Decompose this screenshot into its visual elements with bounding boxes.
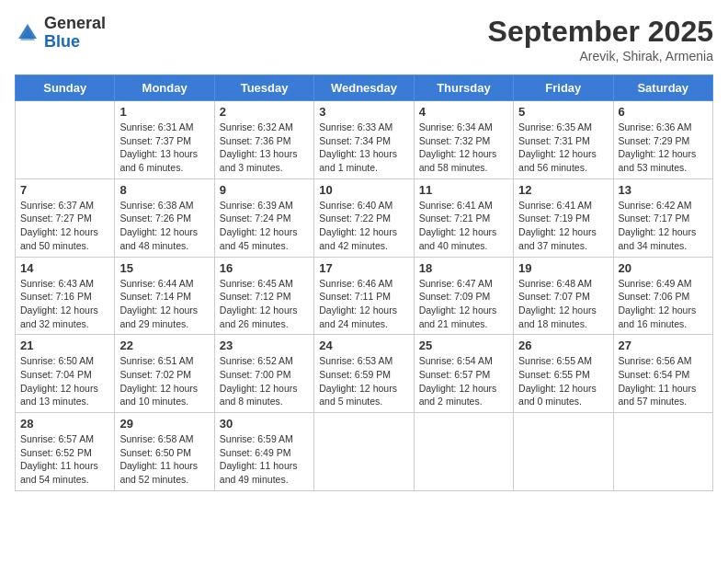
- calendar-cell: 19Sunrise: 6:48 AM Sunset: 7:07 PM Dayli…: [514, 257, 613, 335]
- calendar-cell: [613, 413, 712, 491]
- day-number: 11: [419, 183, 508, 197]
- day-number: 27: [619, 339, 708, 352]
- day-number: 21: [20, 339, 109, 352]
- day-number: 18: [419, 261, 508, 275]
- day-info: Sunrise: 6:49 AM Sunset: 7:06 PM Dayligh…: [619, 277, 708, 331]
- weekday-header: Wednesday: [314, 75, 414, 101]
- day-number: 2: [220, 105, 309, 119]
- day-info: Sunrise: 6:32 AM Sunset: 7:36 PM Dayligh…: [220, 121, 309, 175]
- calendar-cell: 24Sunrise: 6:53 AM Sunset: 6:59 PM Dayli…: [314, 335, 414, 413]
- calendar-cell: 1Sunrise: 6:31 AM Sunset: 7:37 PM Daylig…: [115, 101, 214, 179]
- day-info: Sunrise: 6:43 AM Sunset: 7:16 PM Dayligh…: [20, 277, 109, 331]
- day-info: Sunrise: 6:48 AM Sunset: 7:07 PM Dayligh…: [518, 277, 608, 331]
- day-info: Sunrise: 6:36 AM Sunset: 7:29 PM Dayligh…: [619, 121, 708, 175]
- day-info: Sunrise: 6:31 AM Sunset: 7:37 PM Dayligh…: [119, 121, 209, 175]
- day-info: Sunrise: 6:39 AM Sunset: 7:24 PM Dayligh…: [220, 199, 309, 253]
- day-number: 12: [518, 183, 608, 197]
- day-info: Sunrise: 6:57 AM Sunset: 6:52 PM Dayligh…: [20, 432, 109, 487]
- calendar-week-row: 14Sunrise: 6:43 AM Sunset: 7:16 PM Dayli…: [16, 257, 713, 335]
- calendar-cell: 25Sunrise: 6:54 AM Sunset: 6:57 PM Dayli…: [414, 335, 513, 413]
- logo-blue: Blue: [44, 33, 106, 52]
- calendar-cell: [16, 101, 115, 179]
- calendar-cell: 3Sunrise: 6:33 AM Sunset: 7:34 PM Daylig…: [314, 101, 414, 179]
- day-info: Sunrise: 6:58 AM Sunset: 6:50 PM Dayligh…: [119, 432, 209, 487]
- logo: General Blue: [15, 15, 106, 52]
- calendar-cell: 9Sunrise: 6:39 AM Sunset: 7:24 PM Daylig…: [214, 178, 313, 257]
- calendar-cell: 7Sunrise: 6:37 AM Sunset: 7:27 PM Daylig…: [16, 178, 115, 257]
- day-info: Sunrise: 6:42 AM Sunset: 7:17 PM Dayligh…: [619, 199, 708, 253]
- calendar-cell: 29Sunrise: 6:58 AM Sunset: 6:50 PM Dayli…: [115, 413, 214, 491]
- day-number: 7: [20, 183, 109, 197]
- day-number: 15: [119, 261, 209, 275]
- day-info: Sunrise: 6:35 AM Sunset: 7:31 PM Dayligh…: [518, 121, 608, 175]
- calendar-cell: 18Sunrise: 6:47 AM Sunset: 7:09 PM Dayli…: [414, 257, 513, 335]
- calendar-cell: [514, 413, 613, 491]
- day-number: 13: [619, 183, 708, 197]
- day-number: 26: [518, 339, 608, 352]
- calendar-cell: 30Sunrise: 6:59 AM Sunset: 6:49 PM Dayli…: [214, 413, 313, 491]
- weekday-header: Sunday: [16, 75, 115, 101]
- calendar-week-row: 7Sunrise: 6:37 AM Sunset: 7:27 PM Daylig…: [16, 178, 713, 257]
- title-block: September 2025 Arevik, Shirak, Armenia: [488, 15, 713, 63]
- calendar-cell: 14Sunrise: 6:43 AM Sunset: 7:16 PM Dayli…: [16, 257, 115, 335]
- calendar-cell: [414, 413, 513, 491]
- day-info: Sunrise: 6:44 AM Sunset: 7:14 PM Dayligh…: [119, 277, 209, 331]
- day-number: 19: [518, 261, 608, 275]
- day-info: Sunrise: 6:41 AM Sunset: 7:21 PM Dayligh…: [419, 199, 508, 253]
- day-info: Sunrise: 6:55 AM Sunset: 6:55 PM Dayligh…: [518, 354, 608, 408]
- calendar-cell: 15Sunrise: 6:44 AM Sunset: 7:14 PM Dayli…: [115, 257, 214, 335]
- logo-icon: [15, 20, 40, 46]
- day-number: 14: [20, 261, 109, 275]
- calendar-week-row: 28Sunrise: 6:57 AM Sunset: 6:52 PM Dayli…: [16, 413, 713, 491]
- day-number: 22: [119, 339, 209, 352]
- weekday-header: Thursday: [414, 75, 513, 101]
- day-number: 3: [319, 105, 408, 119]
- day-number: 20: [619, 261, 708, 275]
- calendar-cell: [314, 413, 414, 491]
- calendar-cell: 10Sunrise: 6:40 AM Sunset: 7:22 PM Dayli…: [314, 178, 414, 257]
- day-info: Sunrise: 6:50 AM Sunset: 7:04 PM Dayligh…: [20, 354, 109, 408]
- day-info: Sunrise: 6:56 AM Sunset: 6:54 PM Dayligh…: [619, 354, 708, 408]
- calendar-week-row: 21Sunrise: 6:50 AM Sunset: 7:04 PM Dayli…: [16, 335, 713, 413]
- calendar-cell: 12Sunrise: 6:41 AM Sunset: 7:19 PM Dayli…: [514, 178, 613, 257]
- day-number: 24: [319, 339, 408, 352]
- calendar-cell: 17Sunrise: 6:46 AM Sunset: 7:11 PM Dayli…: [314, 257, 414, 335]
- day-info: Sunrise: 6:34 AM Sunset: 7:32 PM Dayligh…: [419, 121, 508, 175]
- month-title: September 2025: [488, 15, 713, 49]
- calendar-cell: 26Sunrise: 6:55 AM Sunset: 6:55 PM Dayli…: [514, 335, 613, 413]
- calendar-cell: 16Sunrise: 6:45 AM Sunset: 7:12 PM Dayli…: [214, 257, 313, 335]
- calendar-week-row: 1Sunrise: 6:31 AM Sunset: 7:37 PM Daylig…: [16, 101, 713, 179]
- day-number: 5: [518, 105, 608, 119]
- calendar-cell: 11Sunrise: 6:41 AM Sunset: 7:21 PM Dayli…: [414, 178, 513, 257]
- calendar-cell: 21Sunrise: 6:50 AM Sunset: 7:04 PM Dayli…: [16, 335, 115, 413]
- day-number: 6: [619, 105, 708, 119]
- weekday-header: Friday: [514, 75, 613, 101]
- day-info: Sunrise: 6:41 AM Sunset: 7:19 PM Dayligh…: [518, 199, 608, 253]
- weekday-header: Monday: [115, 75, 214, 101]
- calendar-header-row: SundayMondayTuesdayWednesdayThursdayFrid…: [16, 75, 713, 101]
- day-info: Sunrise: 6:46 AM Sunset: 7:11 PM Dayligh…: [319, 277, 408, 331]
- calendar-cell: 23Sunrise: 6:52 AM Sunset: 7:00 PM Dayli…: [214, 335, 313, 413]
- calendar-cell: 5Sunrise: 6:35 AM Sunset: 7:31 PM Daylig…: [514, 101, 613, 179]
- day-info: Sunrise: 6:33 AM Sunset: 7:34 PM Dayligh…: [319, 121, 408, 175]
- day-number: 30: [220, 417, 309, 431]
- calendar-cell: 4Sunrise: 6:34 AM Sunset: 7:32 PM Daylig…: [414, 101, 513, 179]
- day-info: Sunrise: 6:54 AM Sunset: 6:57 PM Dayligh…: [419, 354, 508, 408]
- day-info: Sunrise: 6:40 AM Sunset: 7:22 PM Dayligh…: [319, 199, 408, 253]
- day-info: Sunrise: 6:52 AM Sunset: 7:00 PM Dayligh…: [220, 354, 309, 408]
- day-info: Sunrise: 6:37 AM Sunset: 7:27 PM Dayligh…: [20, 199, 109, 253]
- calendar-cell: 13Sunrise: 6:42 AM Sunset: 7:17 PM Dayli…: [613, 178, 712, 257]
- day-number: 10: [319, 183, 408, 197]
- location: Arevik, Shirak, Armenia: [488, 49, 713, 63]
- day-info: Sunrise: 6:38 AM Sunset: 7:26 PM Dayligh…: [119, 199, 209, 253]
- day-info: Sunrise: 6:45 AM Sunset: 7:12 PM Dayligh…: [220, 277, 309, 331]
- day-number: 28: [20, 417, 109, 431]
- calendar-cell: 2Sunrise: 6:32 AM Sunset: 7:36 PM Daylig…: [214, 101, 313, 179]
- logo-general: General: [44, 15, 106, 33]
- day-number: 17: [319, 261, 408, 275]
- calendar-table: SundayMondayTuesdayWednesdayThursdayFrid…: [15, 75, 713, 491]
- day-info: Sunrise: 6:47 AM Sunset: 7:09 PM Dayligh…: [419, 277, 508, 331]
- calendar-cell: 8Sunrise: 6:38 AM Sunset: 7:26 PM Daylig…: [115, 178, 214, 257]
- day-info: Sunrise: 6:53 AM Sunset: 6:59 PM Dayligh…: [319, 354, 408, 408]
- day-number: 1: [119, 105, 209, 119]
